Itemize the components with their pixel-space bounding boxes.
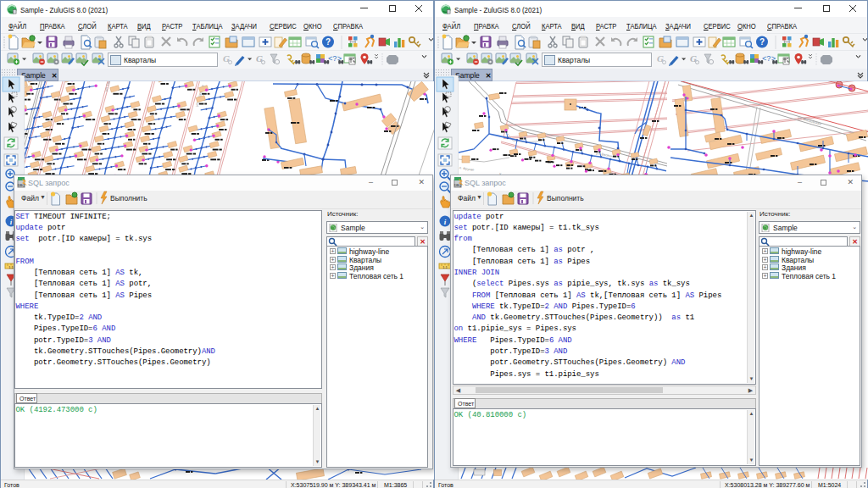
svg-text:?: ? [326, 37, 331, 47]
svg-text:1.1: 1.1 [442, 265, 448, 269]
svg-text:DBQ: DBQ [18, 183, 25, 187]
svg-text:?: ? [760, 37, 765, 47]
svg-text:DBQ: DBQ [454, 183, 462, 187]
